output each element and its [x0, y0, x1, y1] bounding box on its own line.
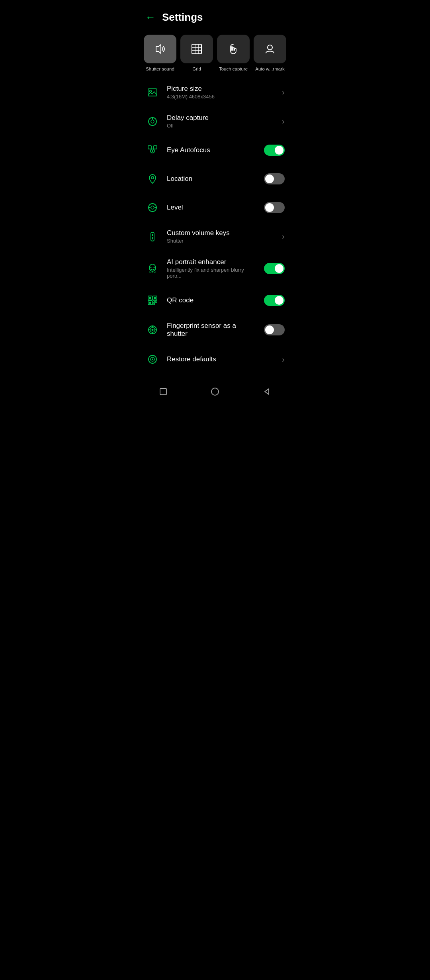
qs-item-touch-capture[interactable]: Touch capture [217, 35, 250, 71]
chevron-right-icon: › [282, 88, 285, 97]
toggle-thumb [265, 203, 274, 212]
qs-icon-box-shutter-sound[interactable] [144, 35, 176, 63]
chevron-right-icon: › [282, 355, 285, 364]
picture-size-title: Picture size [167, 85, 275, 93]
svg-rect-1 [192, 44, 201, 54]
settings-list: Picture size 4:3(16M) 4608x3456 › Delay … [137, 78, 293, 374]
setting-eye-autofocus[interactable]: Eye Autofocus [137, 136, 293, 165]
qs-icon-box-grid[interactable] [180, 35, 213, 63]
ai-portrait-enhancer-toggle[interactable] [264, 263, 285, 274]
ai-portrait-enhancer-icon [145, 261, 160, 276]
setting-level[interactable]: Level [137, 193, 293, 222]
setting-qr-code[interactable]: QR code [137, 286, 293, 315]
ai-portrait-enhancer-toggle-switch[interactable] [264, 263, 285, 274]
toggle-thumb [265, 325, 274, 334]
svg-rect-46 [160, 388, 166, 395]
shutter-sound-icon [153, 42, 167, 56]
back-nav-button[interactable] [259, 384, 275, 400]
custom-volume-keys-title: Custom volume keys [167, 229, 275, 237]
location-toggle-switch[interactable] [264, 173, 285, 184]
chevron-right-icon: › [282, 117, 285, 126]
restore-defaults-content: Restore defaults [167, 355, 275, 363]
delay-capture-icon [145, 114, 160, 129]
location-toggle[interactable] [264, 173, 285, 184]
home-button[interactable] [207, 384, 223, 400]
svg-rect-7 [148, 89, 157, 96]
picture-size-content: Picture size 4:3(16M) 4608x3456 [167, 85, 275, 100]
qr-code-content: QR code [167, 296, 257, 304]
triangle-back-icon [262, 387, 272, 396]
setting-fingerprint-sensor[interactable]: Fingerprint sensor as a shutter [137, 315, 293, 345]
setting-restore-defaults[interactable]: Restore defaults › [137, 345, 293, 374]
delay-capture-subtitle: Off [167, 123, 275, 129]
svg-rect-21 [151, 232, 154, 241]
location-icon [145, 172, 160, 186]
fingerprint-sensor-toggle-switch[interactable] [264, 324, 285, 335]
qs-label-grid: Grid [192, 67, 201, 71]
ai-portrait-enhancer-content: AI portrait enhancer Intelligently fix a… [167, 258, 257, 279]
svg-point-38 [152, 329, 154, 331]
setting-picture-size[interactable]: Picture size 4:3(16M) 4608x3456 › [137, 78, 293, 107]
picture-size-subtitle: 4:3(16M) 4608x3456 [167, 94, 275, 100]
svg-point-18 [151, 206, 154, 209]
qs-item-auto-watermark[interactable]: Auto w...rmark [254, 35, 286, 71]
eye-autofocus-icon [145, 143, 160, 157]
svg-point-26 [154, 267, 155, 268]
recent-apps-button[interactable] [155, 384, 171, 400]
eye-autofocus-content: Eye Autofocus [167, 146, 257, 154]
svg-rect-12 [148, 146, 151, 149]
setting-location[interactable]: Location [137, 165, 293, 193]
qs-icon-box-auto-watermark[interactable] [254, 35, 286, 63]
qs-label-touch-capture: Touch capture [219, 67, 248, 71]
svg-rect-32 [149, 302, 151, 304]
toggle-thumb [275, 296, 283, 305]
toggle-thumb [275, 264, 283, 273]
custom-volume-keys-subtitle: Shutter [167, 238, 275, 244]
qs-item-grid[interactable]: Grid [180, 35, 213, 71]
picture-size-chevron: › [282, 88, 285, 97]
location-title: Location [167, 175, 257, 183]
circle-icon [210, 387, 220, 396]
eye-autofocus-toggle[interactable] [264, 145, 285, 156]
eye-autofocus-title: Eye Autofocus [167, 146, 257, 154]
svg-point-8 [150, 90, 152, 92]
svg-rect-35 [153, 303, 154, 305]
page-title: Settings [162, 11, 203, 24]
qs-item-shutter-sound[interactable]: Shutter sound [144, 35, 176, 71]
qr-code-toggle-switch[interactable] [264, 295, 285, 306]
level-toggle-switch[interactable] [264, 202, 285, 213]
fingerprint-sensor-toggle[interactable] [264, 324, 285, 335]
setting-custom-volume-keys[interactable]: Custom volume keys Shutter › [137, 222, 293, 251]
bottom-nav [137, 377, 293, 408]
ai-portrait-enhancer-title: AI portrait enhancer [167, 258, 257, 266]
toggle-thumb [275, 146, 283, 155]
level-toggle[interactable] [264, 202, 285, 213]
svg-rect-30 [149, 297, 151, 299]
setting-delay-capture[interactable]: Delay capture Off › [137, 107, 293, 136]
delay-capture-chevron: › [282, 117, 285, 126]
svg-point-16 [151, 176, 154, 179]
custom-volume-keys-chevron: › [282, 232, 285, 241]
qr-code-toggle[interactable] [264, 295, 285, 306]
fingerprint-sensor-content: Fingerprint sensor as a shutter [167, 322, 257, 338]
fingerprint-sensor-icon [145, 323, 160, 337]
setting-ai-portrait-enhancer[interactable]: AI portrait enhancer Intelligently fix a… [137, 251, 293, 286]
eye-autofocus-toggle-switch[interactable] [264, 145, 285, 156]
picture-size-icon [145, 85, 160, 100]
fingerprint-sensor-title: Fingerprint sensor as a shutter [167, 322, 257, 338]
restore-defaults-title: Restore defaults [167, 355, 275, 363]
back-button[interactable]: ← [145, 11, 156, 24]
qs-icon-box-touch-capture[interactable] [217, 35, 250, 63]
svg-point-15 [152, 150, 153, 152]
touch-capture-icon [226, 42, 240, 56]
delay-capture-content: Delay capture Off [167, 114, 275, 129]
svg-point-47 [211, 388, 219, 395]
toggle-thumb [265, 174, 274, 183]
svg-point-10 [151, 120, 154, 123]
qs-label-auto-watermark: Auto w...rmark [255, 67, 285, 71]
grid-icon [190, 42, 204, 56]
svg-rect-31 [154, 297, 156, 299]
level-content: Level [167, 204, 257, 212]
level-title: Level [167, 204, 257, 212]
quick-settings-row: Shutter sound Grid Touch capture [137, 31, 293, 78]
